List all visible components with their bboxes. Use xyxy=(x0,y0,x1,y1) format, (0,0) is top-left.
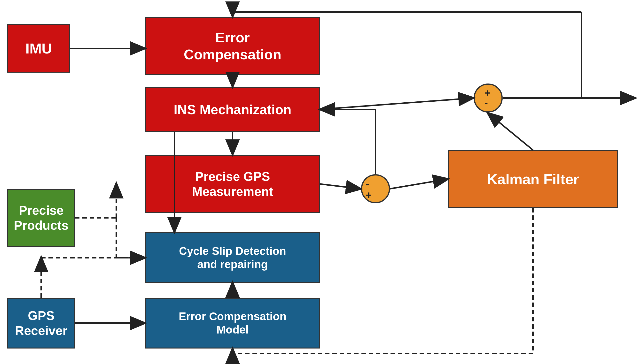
precise-products-box: PreciseProducts xyxy=(7,189,75,247)
svg-line-7 xyxy=(390,179,447,189)
svg-line-8 xyxy=(488,113,533,150)
mid-summing-circle xyxy=(361,174,390,203)
precise-gps-box: Precise GPSMeasurement xyxy=(145,155,320,213)
svg-line-6 xyxy=(320,184,360,189)
error-compensation-box: ErrorCompensation xyxy=(145,17,320,75)
svg-line-4 xyxy=(320,98,473,110)
ins-mechanization-box: INS Mechanization xyxy=(145,87,320,132)
cycle-slip-box: Cycle Slip Detectionand repairing xyxy=(145,232,320,283)
right-summing-circle xyxy=(474,84,503,112)
imu-box: IMU xyxy=(7,24,70,72)
kalman-filter-box: Kalman Filter xyxy=(448,150,618,208)
error-comp-model-box: Error CompensationModel xyxy=(145,298,320,348)
gps-receiver-box: GPSReceiver xyxy=(7,298,75,348)
diagram: IMU ErrorCompensation INS Mechanization … xyxy=(0,0,641,364)
